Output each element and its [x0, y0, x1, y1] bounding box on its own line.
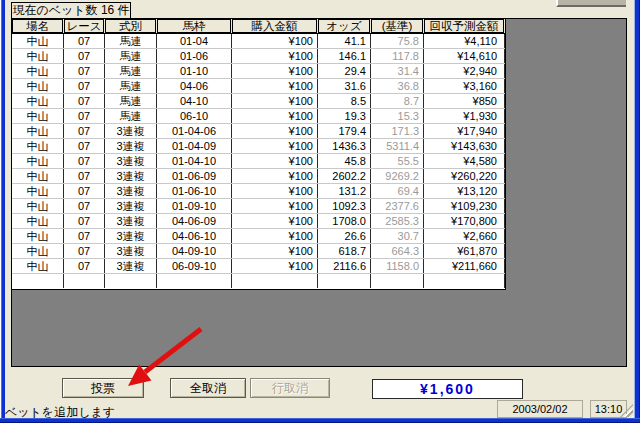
table-row[interactable]: 中山073連複04-09-10¥100618.7664.3¥61,870	[12, 244, 505, 259]
table-row[interactable]: 中山073連複01-06-10¥100131.269.4¥13,120	[12, 184, 505, 199]
table-row[interactable]: 中山073連複01-09-10¥1001092.32377.6¥109,230	[12, 199, 505, 214]
table-cell: 45.8	[318, 154, 371, 168]
table-cell: ¥100	[232, 244, 318, 258]
table-cell: 15.3	[371, 109, 424, 123]
table-cell: 07	[64, 64, 105, 78]
table-cell: 117.8	[371, 49, 424, 63]
table-cell: 1092.3	[318, 199, 371, 213]
table-cell: 01-06-10	[157, 184, 232, 198]
table-cell: 07	[64, 49, 105, 63]
column-header: オッズ	[318, 19, 370, 33]
table-cell: 07	[64, 154, 105, 168]
table-cell	[424, 274, 505, 288]
table-cell: 664.3	[371, 244, 424, 258]
table-cell: 55.5	[371, 154, 424, 168]
table-cell: 01-06-09	[157, 169, 232, 183]
table-cell: 馬連	[105, 79, 157, 93]
table-row[interactable]: 中山073連複04-06-10¥10026.630.7¥2,660	[12, 229, 505, 244]
table-cell: 29.4	[318, 64, 371, 78]
table-cell: 07	[64, 199, 105, 213]
table-row[interactable]: 中山073連複01-04-09¥1001436.35311.4¥143,630	[12, 139, 505, 154]
table-row[interactable]: 中山07馬連04-10¥1008.58.7¥850	[12, 94, 505, 109]
table-cell: ¥850	[424, 94, 505, 108]
table-cell: 2602.2	[318, 169, 371, 183]
table-cell: 07	[64, 34, 105, 48]
cancel-row-button[interactable]: 行取消	[250, 378, 330, 398]
status-bar-message: ベットを追加します	[5, 404, 115, 421]
table-cell: ¥13,120	[424, 184, 505, 198]
table-cell: 01-04-10	[157, 154, 232, 168]
table-cell: 131.2	[318, 184, 371, 198]
table-cell	[371, 274, 424, 288]
table-cell: ¥100	[232, 49, 318, 63]
table-cell: 179.4	[318, 124, 371, 138]
status-time-panel: 13:10	[590, 400, 627, 418]
table-cell: 3連複	[105, 154, 157, 168]
table-row[interactable]: 中山073連複01-06-09¥1002602.29269.2¥260,220	[12, 169, 505, 184]
table-cell: ¥100	[232, 34, 318, 48]
column-header: レース	[64, 19, 104, 33]
table-row[interactable]: 中山07馬連01-04¥10041.175.8¥4,110	[12, 34, 505, 49]
table-cell: 中山	[12, 259, 64, 273]
table-cell: 41.1	[318, 34, 371, 48]
submit-bet-button[interactable]: 投票	[62, 378, 144, 398]
table-cell: 5311.4	[371, 139, 424, 153]
bet-grid-background: 場名レース式別馬枠購入金額オッズ(基準)回収予測金額 中山07馬連01-04¥1…	[11, 18, 627, 367]
table-cell: 3連複	[105, 169, 157, 183]
clipped-control-fragment	[556, 0, 626, 7]
table-cell: 3連複	[105, 244, 157, 258]
table-cell: ¥100	[232, 139, 318, 153]
table-cell: ¥1,930	[424, 109, 505, 123]
table-cell: ¥17,940	[424, 124, 505, 138]
table-cell: 30.7	[371, 229, 424, 243]
table-cell: 中山	[12, 169, 64, 183]
table-cell: ¥100	[232, 229, 318, 243]
table-row[interactable]: 中山073連複04-06-09¥1001708.02585.3¥170,800	[12, 214, 505, 229]
table-cell: ¥100	[232, 109, 318, 123]
table-cell: 中山	[12, 139, 64, 153]
column-header: 購入金額	[232, 19, 317, 33]
table-row[interactable]: 中山073連複01-04-10¥10045.855.5¥4,580	[12, 154, 505, 169]
table-cell: ¥100	[232, 64, 318, 78]
table-cell: ¥100	[232, 184, 318, 198]
table-cell: 26.6	[318, 229, 371, 243]
table-cell: ¥143,630	[424, 139, 505, 153]
table-cell: 中山	[12, 244, 64, 258]
cancel-all-button[interactable]: 全取消	[170, 378, 246, 398]
table-row[interactable]: 中山07馬連01-06¥100146.1117.8¥14,610	[12, 49, 505, 64]
table-cell	[64, 274, 105, 288]
table-cell: 04-06-09	[157, 214, 232, 228]
table-cell: 31.6	[318, 79, 371, 93]
table-cell: 中山	[12, 199, 64, 213]
table-cell: ¥260,220	[424, 169, 505, 183]
table-cell: 2585.3	[371, 214, 424, 228]
table-cell: 19.3	[318, 109, 371, 123]
table-cell: ¥170,800	[424, 214, 505, 228]
table-cell: 中山	[12, 229, 64, 243]
table-cell: 146.1	[318, 49, 371, 63]
table-cell: 3連複	[105, 229, 157, 243]
table-cell: 中山	[12, 49, 64, 63]
column-header: 馬枠	[157, 19, 231, 33]
table-cell	[318, 274, 371, 288]
table-cell	[157, 274, 232, 288]
table-cell: 171.3	[371, 124, 424, 138]
table-row[interactable]: 中山073連複06-09-10¥1002116.61158.0¥211,660	[12, 259, 505, 274]
table-row[interactable]: 中山07馬連04-06¥10031.636.8¥3,160	[12, 79, 505, 94]
table-row[interactable]: 中山07馬連01-10¥10029.431.4¥2,940	[12, 64, 505, 79]
table-cell: ¥2,660	[424, 229, 505, 243]
bet-table[interactable]: 場名レース式別馬枠購入金額オッズ(基準)回収予測金額 中山07馬連01-04¥1…	[12, 19, 506, 290]
column-header: (基準)	[371, 19, 423, 33]
table-cell: 04-09-10	[157, 244, 232, 258]
table-cell: ¥3,160	[424, 79, 505, 93]
table-cell: 01-10	[157, 64, 232, 78]
table-cell: 1436.3	[318, 139, 371, 153]
table-row[interactable]: 中山073連複01-04-06¥100179.4171.3¥17,940	[12, 124, 505, 139]
table-cell	[105, 274, 157, 288]
table-cell: 中山	[12, 79, 64, 93]
table-row[interactable]: 中山07馬連06-10¥10019.315.3¥1,930	[12, 109, 505, 124]
table-cell	[232, 274, 318, 288]
table-cell	[12, 274, 64, 288]
table-cell: ¥100	[232, 199, 318, 213]
table-cell: 中山	[12, 184, 64, 198]
